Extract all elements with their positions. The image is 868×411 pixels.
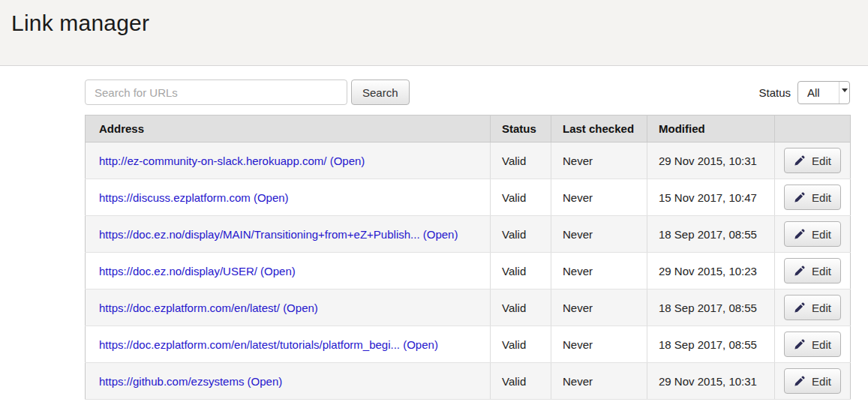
edit-cell: Edit — [775, 216, 851, 253]
edit-button-label: Edit — [812, 265, 831, 278]
pencil-icon — [794, 155, 805, 166]
pencil-icon — [794, 229, 805, 240]
modified-cell: 15 Nov 2017, 10:47 — [647, 179, 775, 216]
address-cell: https://doc.ezplatform.com/en/latest/tut… — [86, 326, 491, 363]
open-link[interactable]: (Open) — [423, 228, 458, 241]
modified-cell: 18 Sep 2017, 08:55 — [647, 290, 775, 326]
edit-button-label: Edit — [812, 338, 831, 351]
table-header-row: AddressStatusLast checkedModified — [86, 116, 851, 142]
edit-button-label: Edit — [812, 154, 831, 167]
status-cell: Valid — [491, 363, 551, 400]
address-link[interactable]: https://doc.ez.no/display/USER/ — [99, 265, 257, 278]
pencil-icon — [794, 192, 805, 203]
address-link[interactable]: https://doc.ez.no/display/MAIN/Transitio… — [99, 228, 420, 241]
address-link[interactable]: http://ez-community-on-slack.herokuapp.c… — [99, 154, 326, 167]
content-area: Search Status All AddressStatusLast chec… — [85, 80, 850, 400]
address-cell: https://discuss.ezplatform.com (Open) — [86, 179, 491, 216]
address-link[interactable]: https://doc.ezplatform.com/en/latest/tut… — [99, 338, 400, 351]
table-row: https://github.com/ezsystems (Open) Vali… — [86, 363, 851, 400]
column-header-status: Status — [491, 116, 551, 142]
table-row: https://doc.ezplatform.com/en/latest/ (O… — [86, 290, 851, 326]
status-cell: Valid — [491, 253, 551, 290]
search-input[interactable] — [85, 80, 347, 105]
address-cell: https://doc.ez.no/display/MAIN/Transitio… — [86, 216, 491, 253]
edit-button[interactable]: Edit — [784, 221, 841, 247]
address-cell: https://doc.ez.no/display/USER/ (Open) — [86, 253, 491, 290]
open-link[interactable]: (Open) — [260, 265, 296, 278]
address-cell: https://doc.ezplatform.com/en/latest/ (O… — [86, 290, 491, 326]
last-checked-cell: Never — [551, 216, 647, 253]
edit-button-label: Edit — [812, 302, 831, 314]
pencil-icon — [794, 376, 805, 387]
status-cell: Valid — [491, 142, 551, 179]
status-select[interactable]: All — [797, 81, 850, 104]
status-cell: Valid — [491, 326, 551, 363]
edit-cell: Edit — [775, 253, 851, 290]
open-link[interactable]: (Open) — [330, 154, 365, 167]
modified-cell: 29 Nov 2015, 10:31 — [647, 142, 775, 179]
last-checked-cell: Never — [551, 363, 647, 400]
open-link[interactable]: (Open) — [283, 302, 318, 314]
status-select-wrap: All — [797, 81, 850, 104]
edit-cell: Edit — [775, 290, 851, 326]
column-header-last-checked: Last checked — [551, 116, 647, 142]
modified-cell: 18 Sep 2017, 08:55 — [647, 216, 775, 253]
address-link[interactable]: https://doc.ezplatform.com/en/latest/ — [99, 302, 280, 314]
edit-cell: Edit — [775, 363, 851, 400]
edit-cell: Edit — [775, 142, 851, 179]
last-checked-cell: Never — [551, 142, 647, 179]
open-link[interactable]: (Open) — [403, 338, 438, 351]
page-header: Link manager — [0, 0, 868, 66]
table-row: https://doc.ez.no/display/USER/ (Open) V… — [86, 253, 851, 290]
last-checked-cell: Never — [551, 326, 647, 363]
last-checked-cell: Never — [551, 290, 647, 326]
edit-button[interactable]: Edit — [784, 258, 841, 284]
status-cell: Valid — [491, 179, 551, 216]
table-row: https://discuss.ezplatform.com (Open) Va… — [86, 179, 851, 216]
edit-button[interactable]: Edit — [784, 184, 841, 210]
edit-button-label: Edit — [812, 375, 831, 388]
status-cell: Valid — [491, 216, 551, 253]
open-link[interactable]: (Open) — [248, 375, 283, 388]
status-filter-label: Status — [758, 86, 791, 99]
edit-cell: Edit — [775, 326, 851, 363]
address-link[interactable]: https://github.com/ezsystems — [99, 375, 244, 388]
table-row: https://doc.ezplatform.com/en/latest/tut… — [86, 326, 851, 363]
last-checked-cell: Never — [551, 253, 647, 290]
column-header-modified: Modified — [647, 116, 775, 142]
modified-cell: 18 Sep 2017, 08:55 — [647, 326, 775, 363]
links-table: AddressStatusLast checkedModified http:/… — [85, 115, 851, 400]
pencil-icon — [794, 266, 805, 277]
toolbar: Search Status All — [85, 80, 850, 105]
address-cell: https://github.com/ezsystems (Open) — [86, 363, 491, 400]
address-link[interactable]: https://discuss.ezplatform.com — [99, 191, 251, 204]
last-checked-cell: Never — [551, 179, 647, 216]
status-cell: Valid — [491, 290, 551, 326]
pencil-icon — [794, 339, 805, 350]
open-link[interactable]: (Open) — [254, 191, 289, 204]
edit-cell: Edit — [775, 179, 851, 216]
table-row: http://ez-community-on-slack.herokuapp.c… — [86, 142, 851, 179]
modified-cell: 29 Nov 2015, 10:31 — [647, 363, 775, 400]
edit-button-label: Edit — [812, 228, 831, 241]
table-body: http://ez-community-on-slack.herokuapp.c… — [86, 142, 851, 400]
search-button[interactable]: Search — [351, 80, 410, 105]
edit-button[interactable]: Edit — [784, 332, 841, 357]
edit-button-label: Edit — [812, 191, 831, 204]
pencil-icon — [794, 302, 805, 314]
edit-button[interactable]: Edit — [784, 368, 841, 394]
status-filter-group: Status All — [758, 81, 850, 104]
edit-button[interactable]: Edit — [784, 148, 841, 173]
column-header-actions — [775, 116, 851, 142]
address-cell: http://ez-community-on-slack.herokuapp.c… — [86, 142, 491, 179]
column-header-address: Address — [86, 116, 491, 142]
page-title: Link manager — [11, 10, 868, 36]
modified-cell: 29 Nov 2015, 10:23 — [647, 253, 775, 290]
edit-button[interactable]: Edit — [784, 295, 841, 320]
table-row: https://doc.ez.no/display/MAIN/Transitio… — [86, 216, 851, 253]
